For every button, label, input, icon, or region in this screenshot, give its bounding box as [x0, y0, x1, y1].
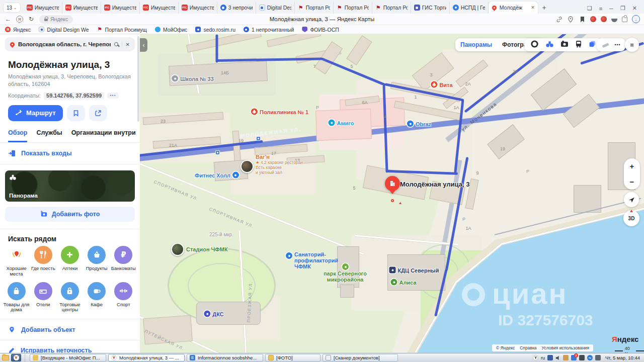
stadium-photo-pin[interactable] [171, 243, 184, 256]
taskbar-window-document[interactable]: Informacionnoe soobshhe... [187, 354, 263, 361]
browser-tab[interactable]: РТСИмущество [101, 2, 140, 14]
yandex-tray-icon[interactable]: Y [533, 355, 538, 360]
bookmark-item[interactable]: ФОИВ-ОСП [302, 27, 339, 33]
layers-icon[interactable] [589, 40, 596, 50]
poi-sanatorium[interactable]: Санаторий-профилакторий ЧФМК [286, 251, 341, 269]
close-button[interactable]: ✕ [632, 5, 637, 12]
more-tools-icon[interactable]: ⋯ [614, 41, 620, 48]
coordinates-more-icon[interactable]: ••• [107, 93, 118, 99]
display-tray-icon[interactable] [547, 355, 553, 360]
yandex-services-icon[interactable]: Я [16, 16, 23, 23]
taskbar-clock[interactable]: Чт, 5 мар, 10:44 [605, 355, 640, 360]
browser-menu-icon[interactable]: ≡ [599, 6, 602, 12]
poi-vagn-advert[interactable]: Ваг'н ★ 4,2 караоке ресторан Есть караок… [256, 154, 303, 175]
poi-alisa[interactable]: Алиса [390, 279, 416, 286]
poi-dks[interactable]: ДКС [204, 311, 223, 317]
search-input[interactable]: Вологодская область, г. Череповец, ✕ [5, 37, 135, 51]
extension-icon[interactable] [590, 16, 596, 22]
nearby-atms[interactable]: ₽ Банкоматы [110, 246, 137, 277]
clear-search-icon[interactable]: ✕ [126, 42, 130, 47]
chevron-down-icon[interactable]: ⌄ [13, 5, 17, 10]
poi-park[interactable]: парк Северного микрорайона [312, 270, 378, 283]
zoom-in-button[interactable]: + [630, 162, 634, 170]
back-icon[interactable]: ← [4, 16, 12, 23]
reload-icon[interactable]: ↻ [27, 16, 35, 23]
panoramas-layer-icon[interactable] [545, 40, 554, 50]
browser-tab-active[interactable]: Молодёж✕ [489, 2, 538, 14]
download-icon[interactable]: ↓ [632, 15, 640, 23]
coordinates-value[interactable]: 59.142766, 37.952599 [44, 92, 104, 99]
save-bookmark-button[interactable] [67, 105, 85, 121]
poi-amigo[interactable]: Амиго [329, 120, 354, 126]
volume-tray-icon[interactable] [555, 353, 560, 362]
tab-close-icon[interactable]: ✕ [531, 5, 535, 10]
nearby-good-places[interactable]: Хорошие места [3, 246, 30, 277]
poi-fitness[interactable]: Фитнес Холл [195, 172, 239, 178]
language-indicator[interactable]: ru [541, 355, 545, 360]
transport-icon[interactable] [575, 40, 582, 50]
bookmark-item[interactable]: 1 непрочитанный [244, 27, 294, 33]
sidebar-scrollbar[interactable] [137, 36, 139, 122]
browser-tab[interactable]: РТСИмущество [179, 2, 217, 14]
clipboard-tray-icon[interactable] [563, 355, 569, 360]
extension-icon[interactable] [611, 19, 617, 22]
fix-inaccuracy-link[interactable]: Исправить неточность [0, 340, 140, 353]
advert-photo-pin[interactable] [240, 160, 254, 173]
bus-stop-icon[interactable] [215, 150, 220, 155]
notification-tray-icon[interactable]: 2 [571, 355, 577, 360]
poi-obraz[interactable]: Obraz [407, 121, 431, 127]
browser-tab[interactable]: НСПД | Гео [450, 2, 489, 14]
yandex-browser-taskbar-icon[interactable]: Y [11, 354, 21, 361]
nearby-hotels[interactable]: Отели [30, 282, 56, 313]
search-icon[interactable] [114, 42, 118, 46]
nearby-home-goods[interactable]: Товары для дома [3, 282, 30, 313]
poi-kdc[interactable]: КДЦ Северный [389, 267, 439, 274]
poi-stadium[interactable]: Стадион ЧФМК [186, 246, 228, 252]
pc-tray-icon[interactable] [595, 355, 601, 360]
bus-stop-icon[interactable] [256, 136, 261, 141]
browser-tab[interactable]: Digital Desig [256, 2, 295, 14]
browser-tab[interactable]: ГИС Торги [411, 2, 450, 14]
browser-tab[interactable]: РТСИмущество [62, 2, 101, 14]
extension-icon[interactable] [601, 16, 607, 22]
bookmark-item[interactable]: sedo.rosim.ru [195, 27, 235, 33]
tab-counter[interactable]: 13⌄ [3, 3, 21, 13]
explorer-icon[interactable] [2, 355, 9, 360]
target-marker-label[interactable]: Молодёжная улица, 3 [400, 180, 469, 188]
bookmark-item[interactable]: Digital Design We [39, 27, 89, 33]
hp-tray-icon[interactable]: hp [587, 355, 593, 360]
browser-tab[interactable]: 3 непрочит [217, 2, 256, 14]
compass-3d-button[interactable]: 3D [623, 210, 639, 226]
photos-layer-icon[interactable] [560, 40, 569, 49]
extensions-puzzle-icon[interactable] [622, 17, 627, 22]
new-tab-button[interactable]: + [539, 2, 550, 13]
bookmarks-panel-icon[interactable]: ❏ [587, 5, 592, 12]
add-photo-button[interactable]: Добавить фото [5, 207, 135, 222]
terms-link[interactable]: Условия использования [542, 345, 589, 350]
taskbar-window-maps[interactable]: YМолодёжная улица, 3 — ... [108, 354, 185, 361]
browser-tab[interactable]: ⚑Портал Рос [334, 2, 372, 14]
nearby-pharmacies[interactable]: Аптеки [56, 246, 83, 277]
panorama-preview[interactable]: Панорама [5, 170, 135, 202]
map-canvas[interactable]: МОЛОДЕЖНАЯ УЛ. ул. Моченкова СПОРТИВНАЯ … [140, 34, 644, 353]
nearby-groceries[interactable]: Продукты [84, 246, 110, 277]
minimize-button[interactable]: ─ [609, 6, 613, 12]
map-menu-button[interactable]: ≡ [625, 38, 639, 52]
tab-overview[interactable]: Обзор [8, 129, 27, 142]
poi-vita[interactable]: Вита [431, 81, 452, 88]
browser-tab[interactable]: ⚑Портал Рос [295, 2, 334, 14]
nearby-sport[interactable]: Спорт [110, 282, 137, 313]
url-field[interactable]: Яндекс [39, 15, 73, 24]
taskbar-window-photo[interactable]: [ФОТО] [265, 354, 320, 361]
share-button[interactable] [89, 105, 107, 121]
help-link[interactable]: Справка [520, 345, 536, 350]
zoom-out-button[interactable]: − [630, 177, 634, 186]
browser-tab[interactable]: РТСИмущество [24, 2, 62, 14]
route-button[interactable]: Маршрут [8, 105, 63, 121]
bookmark-item[interactable]: ⚑Портал Росимущ [97, 27, 147, 33]
geo-pin-icon[interactable] [567, 16, 574, 23]
tab-orgs-inside[interactable]: Организации внутри [71, 129, 136, 142]
add-object-link[interactable]: Добавить объект [0, 319, 140, 340]
printer-tray-icon[interactable] [579, 355, 585, 360]
target-marker-pin[interactable] [385, 176, 400, 195]
